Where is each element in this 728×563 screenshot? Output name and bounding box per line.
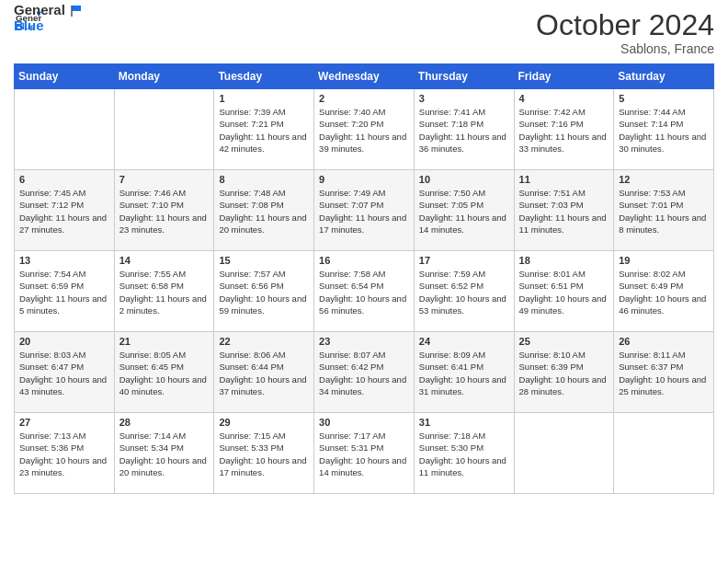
sunrise-text: Sunrise: 7:13 AM [19, 430, 109, 442]
logo-blue: Blue [14, 17, 83, 33]
sunset-text: Sunset: 7:10 PM [119, 199, 210, 211]
day-number: 23 [319, 336, 409, 347]
sunset-text: Sunset: 6:41 PM [419, 361, 509, 373]
daylight-text: Daylight: 10 hours and 56 minutes. [319, 293, 409, 317]
sunset-text: Sunset: 5:30 PM [419, 442, 509, 454]
sunset-text: Sunset: 5:33 PM [219, 442, 309, 454]
day-number: 9 [319, 174, 409, 185]
cell-info: Sunrise: 8:01 AMSunset: 6:51 PMDaylight:… [519, 268, 609, 316]
cell-info: Sunrise: 7:59 AMSunset: 6:52 PMDaylight:… [419, 268, 509, 316]
sunrise-text: Sunrise: 7:51 AM [519, 187, 609, 199]
day-number: 21 [119, 336, 210, 347]
sunset-text: Sunset: 6:59 PM [19, 280, 109, 292]
cell-info: Sunrise: 7:54 AMSunset: 6:59 PMDaylight:… [19, 268, 109, 316]
day-number: 13 [19, 255, 109, 266]
month-title: October 2024 [536, 9, 714, 41]
logo: General Blue General Blue [14, 9, 83, 34]
sunset-text: Sunset: 6:39 PM [519, 361, 609, 373]
sunrise-text: Sunrise: 7:58 AM [319, 268, 409, 280]
sunset-text: Sunset: 5:34 PM [119, 442, 210, 454]
sunset-text: Sunset: 6:47 PM [19, 361, 109, 373]
sunrise-text: Sunrise: 7:42 AM [519, 106, 609, 118]
page-container: General Blue General Blue [0, 0, 728, 508]
cell-info: Sunrise: 7:42 AMSunset: 7:16 PMDaylight:… [519, 106, 609, 155]
cell-info: Sunrise: 7:39 AMSunset: 7:21 PMDaylight:… [219, 106, 309, 155]
day-number: 14 [119, 255, 210, 266]
sunrise-text: Sunrise: 7:46 AM [119, 187, 210, 199]
calendar-cell: 18Sunrise: 8:01 AMSunset: 6:51 PMDayligh… [514, 251, 614, 332]
daylight-text: Daylight: 11 hours and 20 minutes. [219, 212, 309, 236]
calendar-week-row: 27Sunrise: 7:13 AMSunset: 5:36 PMDayligh… [15, 413, 714, 494]
logo-flag-icon [70, 5, 83, 17]
sunset-text: Sunset: 6:42 PM [319, 361, 409, 373]
sunset-text: Sunset: 7:01 PM [619, 199, 709, 211]
day-number: 4 [519, 93, 609, 104]
day-number: 30 [319, 417, 409, 428]
calendar-cell [514, 413, 614, 494]
daylight-text: Daylight: 11 hours and 36 minutes. [419, 131, 509, 155]
cell-info: Sunrise: 8:06 AMSunset: 6:44 PMDaylight:… [219, 349, 309, 397]
sunrise-text: Sunrise: 8:03 AM [19, 349, 109, 361]
calendar-cell: 28Sunrise: 7:14 AMSunset: 5:34 PMDayligh… [114, 413, 214, 494]
daylight-text: Daylight: 11 hours and 33 minutes. [519, 131, 609, 155]
day-number: 12 [619, 174, 709, 185]
calendar-cell: 31Sunrise: 7:18 AMSunset: 5:30 PMDayligh… [414, 413, 514, 494]
cell-info: Sunrise: 7:18 AMSunset: 5:30 PMDaylight:… [419, 430, 509, 478]
header: General Blue General Blue [14, 9, 714, 56]
cell-info: Sunrise: 8:10 AMSunset: 6:39 PMDaylight:… [519, 349, 609, 397]
sunrise-text: Sunrise: 8:09 AM [419, 349, 509, 361]
calendar-cell: 27Sunrise: 7:13 AMSunset: 5:36 PMDayligh… [15, 413, 115, 494]
sunset-text: Sunset: 7:21 PM [219, 118, 309, 130]
sunrise-text: Sunrise: 8:07 AM [319, 349, 409, 361]
calendar-cell: 20Sunrise: 8:03 AMSunset: 6:47 PMDayligh… [15, 332, 115, 413]
col-saturday: Saturday [614, 64, 714, 89]
day-number: 31 [419, 417, 509, 428]
day-number: 2 [319, 93, 409, 104]
header-row: Sunday Monday Tuesday Wednesday Thursday… [15, 64, 714, 89]
sunrise-text: Sunrise: 7:45 AM [19, 187, 109, 199]
sunrise-text: Sunrise: 7:49 AM [319, 187, 409, 199]
daylight-text: Daylight: 10 hours and 11 minutes. [419, 454, 509, 479]
sunrise-text: Sunrise: 8:05 AM [119, 349, 210, 361]
daylight-text: Daylight: 10 hours and 37 minutes. [219, 373, 309, 398]
calendar-cell: 7Sunrise: 7:46 AMSunset: 7:10 PMDaylight… [114, 170, 214, 251]
calendar-cell: 2Sunrise: 7:40 AMSunset: 7:20 PMDaylight… [314, 89, 415, 170]
daylight-text: Daylight: 11 hours and 39 minutes. [319, 131, 409, 155]
cell-info: Sunrise: 8:05 AMSunset: 6:45 PMDaylight:… [119, 349, 210, 397]
day-number: 11 [519, 174, 609, 185]
daylight-text: Daylight: 10 hours and 43 minutes. [19, 373, 109, 398]
svg-marker-3 [72, 6, 81, 11]
calendar-cell: 23Sunrise: 8:07 AMSunset: 6:42 PMDayligh… [314, 332, 415, 413]
day-number: 22 [219, 336, 309, 347]
calendar-cell: 15Sunrise: 7:57 AMSunset: 6:56 PMDayligh… [214, 251, 314, 332]
calendar-cell: 10Sunrise: 7:50 AMSunset: 7:05 PMDayligh… [414, 170, 514, 251]
calendar-cell: 24Sunrise: 8:09 AMSunset: 6:41 PMDayligh… [414, 332, 514, 413]
calendar-cell [614, 413, 714, 494]
calendar-cell: 26Sunrise: 8:11 AMSunset: 6:37 PMDayligh… [614, 332, 714, 413]
sunset-text: Sunset: 7:07 PM [319, 199, 409, 211]
day-number: 25 [519, 336, 609, 347]
cell-info: Sunrise: 7:44 AMSunset: 7:14 PMDaylight:… [619, 106, 709, 155]
daylight-text: Daylight: 11 hours and 5 minutes. [19, 293, 109, 317]
sunset-text: Sunset: 5:31 PM [319, 442, 409, 454]
cell-info: Sunrise: 7:51 AMSunset: 7:03 PMDaylight:… [519, 187, 609, 236]
cell-info: Sunrise: 7:55 AMSunset: 6:58 PMDaylight:… [119, 268, 210, 316]
sunset-text: Sunset: 6:52 PM [419, 280, 509, 292]
sunset-text: Sunset: 7:20 PM [319, 118, 409, 130]
sunrise-text: Sunrise: 7:14 AM [119, 430, 210, 442]
cell-info: Sunrise: 7:57 AMSunset: 6:56 PMDaylight:… [219, 268, 309, 316]
day-number: 16 [319, 255, 409, 266]
daylight-text: Daylight: 10 hours and 25 minutes. [619, 373, 709, 398]
cell-info: Sunrise: 8:11 AMSunset: 6:37 PMDaylight:… [619, 349, 709, 397]
cell-info: Sunrise: 7:49 AMSunset: 7:07 PMDaylight:… [319, 187, 409, 236]
calendar-cell: 30Sunrise: 7:17 AMSunset: 5:31 PMDayligh… [314, 413, 415, 494]
sunset-text: Sunset: 6:44 PM [219, 361, 309, 373]
calendar-cell: 17Sunrise: 7:59 AMSunset: 6:52 PMDayligh… [414, 251, 514, 332]
sunset-text: Sunset: 6:58 PM [119, 280, 210, 292]
calendar-cell: 14Sunrise: 7:55 AMSunset: 6:58 PMDayligh… [114, 251, 214, 332]
calendar-cell: 25Sunrise: 8:10 AMSunset: 6:39 PMDayligh… [514, 332, 614, 413]
cell-info: Sunrise: 7:48 AMSunset: 7:08 PMDaylight:… [219, 187, 309, 236]
sunrise-text: Sunrise: 7:50 AM [419, 187, 509, 199]
day-number: 29 [219, 417, 309, 428]
sunset-text: Sunset: 6:54 PM [319, 280, 409, 292]
